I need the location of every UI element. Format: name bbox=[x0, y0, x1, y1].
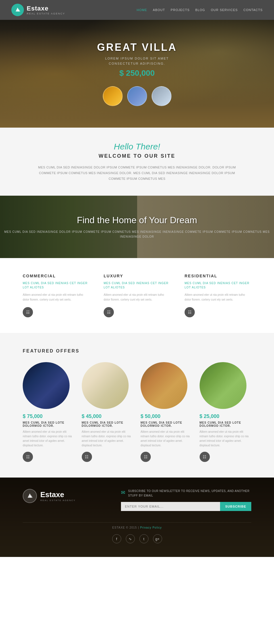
dream-content: Find the Home of Your Dream MES CUML DIA… bbox=[0, 215, 274, 239]
offer-price-2: $ 45,000 bbox=[82, 413, 134, 419]
footer-logo-icon bbox=[23, 489, 37, 503]
offer-btn-2[interactable]: ☷ bbox=[82, 452, 92, 462]
offer-price-3: $ 50,000 bbox=[141, 413, 193, 419]
service-residential: RESIDENTIAL MES CUML DIA SED INENIAS CET… bbox=[185, 274, 251, 317]
mail-icon: ✉ bbox=[121, 489, 125, 496]
hero-price: $ 250,000 bbox=[97, 69, 177, 78]
twitter-icon[interactable]: t bbox=[139, 534, 148, 543]
footer-logo-name: Estaxe bbox=[40, 490, 76, 499]
subscribe-button[interactable]: SUBSCRIBE bbox=[220, 502, 251, 511]
service-residential-btn[interactable]: ☷ bbox=[185, 307, 195, 317]
hero-thumb-1[interactable] bbox=[103, 86, 123, 106]
offer-desc-3: Alitem anomed eler ut nia proin elit ret… bbox=[141, 430, 193, 448]
offer-img-3 bbox=[141, 362, 187, 409]
email-input[interactable] bbox=[121, 502, 220, 511]
offer-name-4: MES CUML DIA SED LOTE DOLORMOD ICTOR. bbox=[200, 421, 252, 427]
footer-social: f ∿ t g+ bbox=[45, 534, 229, 543]
privacy-link[interactable]: Privacy Policy bbox=[140, 526, 162, 529]
offer-item-4: $ 25,000 MES CUML DIA SED LOTE DOLORMOD … bbox=[200, 362, 252, 462]
offer-desc-1: Alitem anomed eler ut nia proin elit ret… bbox=[23, 430, 75, 448]
service-residential-desc: Alitem anomed eler ut nia proin elit ret… bbox=[185, 292, 251, 302]
featured-title: FEATURED OFFERS bbox=[23, 349, 251, 354]
nav-services[interactable]: OUR SERVICES bbox=[211, 8, 238, 12]
footer-logo: Estaxe Real Estate Agency bbox=[23, 489, 110, 503]
featured-section: FEATURED OFFERS $ 75,000 MES CUML DIA SE… bbox=[0, 333, 274, 478]
service-luxury-title: LUXURY bbox=[104, 274, 170, 278]
services-section: COMMERCIAL MES CUML DIA SED INENIAS CET … bbox=[0, 258, 274, 333]
offer-item-2: $ 45,000 MES CUML DIA SED LOTE DOLORMOD … bbox=[82, 362, 134, 462]
service-luxury-btn[interactable]: ☷ bbox=[104, 307, 114, 317]
service-residential-subtitle: MES CUML DIA SED INENIAS CET INGER LOT A… bbox=[185, 281, 251, 290]
hero-thumb-2[interactable] bbox=[127, 86, 147, 106]
logo-sub: Real Estate Agency bbox=[27, 12, 65, 15]
welcome-heading: WELCOME TO OUR SITE bbox=[34, 153, 240, 159]
service-residential-title: RESIDENTIAL bbox=[185, 274, 251, 278]
service-commercial-btn[interactable]: ☷ bbox=[23, 307, 33, 317]
nav-home[interactable]: HOME bbox=[137, 8, 147, 12]
header: Estaxe Real Estate Agency HOME ABOUT PRO… bbox=[0, 0, 274, 20]
offer-name-1: MES CUML DIA SED LOTE DOLORMOD ICTOR. bbox=[23, 421, 75, 427]
nav-projects[interactable]: PROJECTS bbox=[171, 8, 190, 12]
service-commercial-desc: Alitem anomed eler ut nia proin elit ret… bbox=[23, 292, 89, 302]
service-commercial-title: COMMERCIAL bbox=[23, 274, 89, 278]
hero-title: GREAT VILLA bbox=[97, 41, 177, 53]
hero-subtitle: LOREM IPSUM DOLOR SIT AMET CONSECTETUR A… bbox=[97, 56, 177, 66]
google-plus-icon[interactable]: g+ bbox=[153, 534, 162, 543]
nav-blog[interactable]: BLOG bbox=[195, 8, 205, 12]
service-luxury-subtitle: MES CUML DIA SED INENIAS CET INGER LOT A… bbox=[104, 281, 170, 290]
offer-name-3: MES CUML DIA SED LOTE DOLORMOD ICTOR. bbox=[141, 421, 193, 427]
welcome-section: Hello There! WELCOME TO OUR SITE MES CUM… bbox=[0, 128, 274, 196]
footer: Estaxe Real Estate Agency ✉ SUBSCRIBE TO… bbox=[0, 478, 274, 557]
nav: HOME ABOUT PROJECTS BLOG OUR SERVICES CO… bbox=[137, 8, 263, 12]
footer-logo-sub: Real Estate Agency bbox=[40, 499, 76, 502]
dream-section: Find the Home of Your Dream MES CUML DIA… bbox=[0, 196, 274, 258]
offer-btn-4[interactable]: ☷ bbox=[200, 452, 210, 462]
footer-content: Estaxe Real Estate Agency ✉ SUBSCRIBE TO… bbox=[0, 478, 274, 522]
hero-thumb-3[interactable] bbox=[152, 86, 171, 106]
offer-btn-1[interactable]: ☷ bbox=[23, 452, 33, 462]
service-luxury-desc: Alitem anomed eler ut nia proin elit ret… bbox=[104, 292, 170, 302]
service-commercial-subtitle: MES CUML DIA SED INENIAS CET INGER LOT A… bbox=[23, 281, 89, 290]
offer-img-4 bbox=[200, 362, 246, 409]
dream-title: Find the Home of Your Dream bbox=[0, 215, 274, 225]
offer-item-1: $ 75,000 MES CUML DIA SED LOTE DOLORMOD … bbox=[23, 362, 75, 462]
footer-bottom: ESTAXE © 2015 | Privacy Policy f ∿ t g+ bbox=[23, 522, 251, 546]
service-commercial: COMMERCIAL MES CUML DIA SED INENIAS CET … bbox=[23, 274, 89, 317]
offer-desc-2: Alitem anomed eler ut nia proin elit ret… bbox=[82, 430, 134, 448]
offer-btn-3[interactable]: ☷ bbox=[141, 452, 151, 462]
nav-about[interactable]: ABOUT bbox=[153, 8, 165, 12]
offer-price-1: $ 75,000 bbox=[23, 413, 75, 419]
hero-content: GREAT VILLA LOREM IPSUM DOLOR SIT AMET C… bbox=[97, 41, 177, 77]
newsletter-form: SUBSCRIBE bbox=[121, 502, 251, 511]
welcome-heading-teal: Hello There! bbox=[34, 142, 240, 151]
offer-img-2 bbox=[82, 362, 129, 409]
hero-section: GREAT VILLA LOREM IPSUM DOLOR SIT AMET C… bbox=[0, 20, 274, 128]
offer-name-2: MES CUML DIA SED LOTE DOLORMOD ICTOR. bbox=[82, 421, 134, 427]
offers-grid: $ 75,000 MES CUML DIA SED LOTE DOLORMOD … bbox=[23, 362, 251, 462]
offer-price-4: $ 25,000 bbox=[200, 413, 252, 419]
footer-newsletter: ✉ SUBSCRIBE TO OUR NEWSLETTER TO RECEIVE… bbox=[121, 489, 251, 511]
facebook-icon[interactable]: f bbox=[112, 534, 121, 543]
nav-contacts[interactable]: CONTACTS bbox=[243, 8, 263, 12]
service-luxury: LUXURY MES CUML DIA SED INENIAS CET INGE… bbox=[104, 274, 170, 317]
logo-icon bbox=[11, 4, 24, 16]
footer-copy: ESTAXE © 2015 | Privacy Policy bbox=[45, 523, 229, 532]
welcome-body: MES CUML DIA SED INENIASINGE DOLOR IPSUM… bbox=[34, 165, 240, 181]
logo: Estaxe Real Estate Agency bbox=[11, 4, 65, 16]
offer-img-1 bbox=[23, 362, 70, 409]
offer-desc-4: Alitem anomed eler ut nia proin elit ret… bbox=[200, 430, 252, 448]
offer-item-3: $ 50,000 MES CUML DIA SED LOTE DOLORMOD … bbox=[141, 362, 193, 462]
hero-thumbnails bbox=[103, 86, 171, 106]
logo-name: Estaxe bbox=[27, 5, 65, 12]
newsletter-text: SUBSCRIBE TO OUR NEWSLETTER TO RECEIVE N… bbox=[128, 489, 251, 498]
dream-body: MES CUML DIA SED INENIASINGE DOLOR IPSUM… bbox=[0, 229, 274, 239]
rss-icon[interactable]: ∿ bbox=[126, 534, 135, 543]
